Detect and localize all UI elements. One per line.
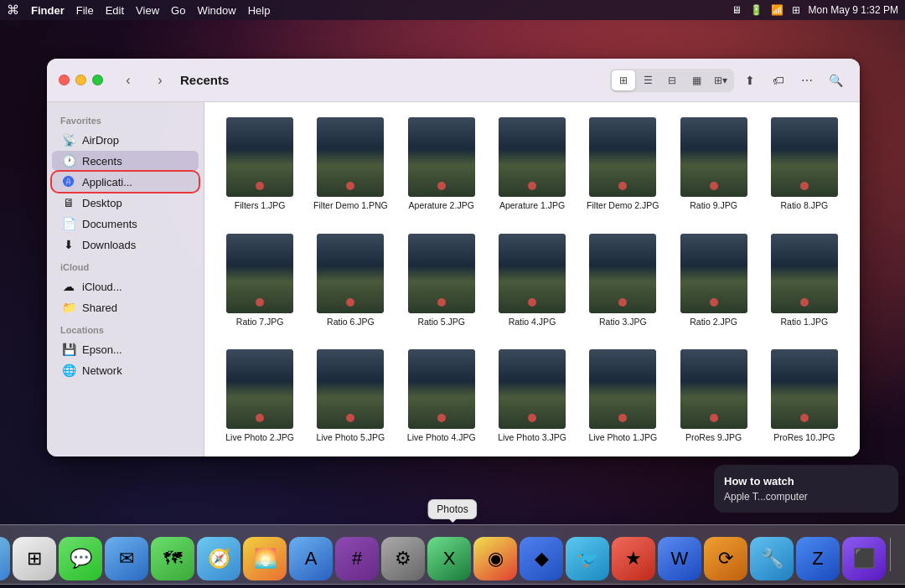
menubar: ⌘ Finder File Edit View Go Window Help 🖥… bbox=[0, 0, 905, 20]
sidebar-item-shared[interactable]: 📁 Shared bbox=[52, 297, 199, 317]
file-item[interactable]: Ratio 4.JPG bbox=[490, 229, 574, 333]
file-item[interactable]: Filter Demo 2.JPG bbox=[581, 112, 665, 217]
gallery-view-button[interactable]: ▦ bbox=[685, 70, 708, 90]
dock-item-screenium[interactable]: ⬛ bbox=[842, 537, 886, 580]
dock-item-twitter[interactable]: 🐦 bbox=[566, 537, 609, 580]
dock-item-taskheat[interactable]: ⟳ bbox=[704, 537, 747, 580]
menu-view[interactable]: View bbox=[136, 4, 159, 17]
downloads-icon: ⬇ bbox=[62, 238, 75, 251]
tag-button[interactable]: 🏷 bbox=[766, 69, 791, 92]
dock-item-messages[interactable]: 💬 bbox=[59, 537, 102, 580]
sidebar-item-icloud[interactable]: ☁ iCloud... bbox=[52, 276, 199, 297]
menu-window[interactable]: Window bbox=[197, 4, 235, 17]
wifi-icon[interactable]: 📶 bbox=[771, 4, 783, 16]
more-button[interactable]: ⋯ bbox=[794, 69, 820, 92]
file-item[interactable]: Aperature 2.JPG bbox=[400, 112, 484, 217]
file-item[interactable]: Ratio 2.JPG bbox=[671, 229, 755, 333]
dock-item-finder[interactable]: 🗂 bbox=[0, 537, 10, 580]
file-item[interactable]: Live Photo 3.JPG bbox=[490, 344, 574, 449]
sidebar-label-airdrop: AirDrop bbox=[82, 134, 119, 147]
sidebar-label-applications: Applicati... bbox=[82, 176, 132, 188]
sidebar-item-documents[interactable]: 📄 Documents bbox=[52, 214, 199, 234]
icon-view-button[interactable]: ⊞ bbox=[612, 70, 635, 90]
file-item[interactable]: Ratio 8.JPG bbox=[763, 112, 846, 217]
close-button[interactable] bbox=[59, 75, 70, 85]
dock-item-trash[interactable]: 🗑 bbox=[895, 537, 905, 580]
notification-body: Apple T...computer bbox=[724, 491, 888, 503]
dock-tooltip: Photos bbox=[427, 499, 477, 519]
menu-help[interactable]: Help bbox=[248, 4, 271, 17]
main-content: Filters 1.JPGFilter Demo 1.PNGAperature … bbox=[204, 102, 860, 456]
file-item[interactable]: Ratio 5.JPG bbox=[400, 229, 484, 333]
sidebar-item-applications[interactable]: 🅐 Applicati... bbox=[52, 172, 199, 192]
forward-button[interactable]: › bbox=[148, 69, 172, 92]
dock-item-excel[interactable]: X bbox=[427, 537, 471, 580]
apple-menu[interactable]: ⌘ bbox=[7, 3, 19, 18]
menu-file[interactable]: File bbox=[76, 4, 94, 17]
icloud-icon: ☁ bbox=[62, 280, 75, 293]
sidebar-label-network: Network bbox=[82, 364, 122, 377]
network-icon: 🌐 bbox=[62, 364, 75, 377]
file-item[interactable]: Ratio 7.JPG bbox=[218, 229, 302, 333]
file-name: Ratio 3.JPG bbox=[599, 317, 647, 328]
file-item[interactable]: Ratio 1.JPG bbox=[763, 229, 846, 333]
dock-item-maps[interactable]: 🗺 bbox=[151, 537, 194, 580]
sidebar-item-airdrop[interactable]: 📡 AirDrop bbox=[52, 130, 199, 150]
dock-item-slack[interactable]: # bbox=[335, 537, 379, 580]
favorites-header: Favorites bbox=[47, 109, 204, 129]
dock-item-zoom[interactable]: Z bbox=[796, 537, 840, 580]
sidebar-item-epson[interactable]: 💾 Epson... bbox=[52, 339, 199, 359]
sidebar-item-downloads[interactable]: ⬇ Downloads bbox=[52, 235, 199, 255]
list-view-button[interactable]: ☰ bbox=[636, 70, 659, 90]
minimize-button[interactable] bbox=[75, 75, 86, 85]
search-button[interactable]: 🔍 bbox=[823, 69, 848, 92]
monitor-icon[interactable]: 🖥 bbox=[732, 4, 742, 16]
column-view-button[interactable]: ⊟ bbox=[660, 70, 684, 90]
menu-edit[interactable]: Edit bbox=[106, 4, 124, 17]
file-item[interactable]: Ratio 3.JPG bbox=[581, 229, 665, 333]
app-name[interactable]: Finder bbox=[31, 4, 65, 17]
sidebar-item-desktop[interactable]: 🖥 Desktop bbox=[52, 193, 199, 213]
dock-item-toolbox[interactable]: 🔧 bbox=[750, 537, 794, 580]
fullscreen-button[interactable] bbox=[92, 75, 103, 85]
battery-icon[interactable]: 🔋 bbox=[750, 4, 763, 16]
share-button[interactable]: ⬆ bbox=[737, 69, 763, 92]
dock-item-mail[interactable]: ✉ bbox=[105, 537, 148, 580]
file-item[interactable]: Ratio 9.JPG bbox=[671, 112, 755, 217]
file-item[interactable]: Live Photo 5.JPG bbox=[308, 344, 392, 449]
shared-icon: 📁 bbox=[62, 301, 75, 314]
file-item[interactable]: Live Photo 2.JPG bbox=[218, 344, 302, 449]
dock-item-dropbox[interactable]: ◆ bbox=[520, 537, 563, 580]
sidebar-item-recents[interactable]: 🕐 Recents bbox=[52, 151, 199, 171]
control-center-icon[interactable]: ⊞ bbox=[792, 4, 800, 16]
dock-item-safari[interactable]: 🧭 bbox=[197, 537, 240, 580]
back-button[interactable]: ‹ bbox=[116, 69, 140, 92]
file-item[interactable]: Live Photo 1.JPG bbox=[581, 344, 665, 449]
view-group: ⊞ ☰ ⊟ ▦ ⊞▾ bbox=[610, 69, 734, 92]
dock-item-appstore[interactable]: A bbox=[289, 537, 333, 580]
file-item[interactable]: Live Photo 4.JPG bbox=[400, 344, 484, 449]
file-item[interactable]: Filters 1.JPG bbox=[218, 112, 302, 217]
sidebar-item-network[interactable]: 🌐 Network bbox=[52, 360, 199, 380]
dock-item-reeder[interactable]: ★ bbox=[612, 537, 655, 580]
window-title: Recents bbox=[180, 73, 229, 87]
file-item[interactable]: Ratio 6.JPG bbox=[308, 229, 392, 333]
file-name: ProRes 9.JPG bbox=[685, 432, 742, 444]
file-name: Aperature 1.JPG bbox=[499, 200, 565, 212]
dock-item-launchpad[interactable]: ⊞ bbox=[13, 537, 56, 580]
sidebar-label-icloud: iCloud... bbox=[82, 281, 122, 293]
menu-go[interactable]: Go bbox=[171, 4, 185, 17]
dock-item-chrome[interactable]: ◉ bbox=[473, 537, 517, 580]
dock-item-photos[interactable]: 🌅 bbox=[243, 537, 287, 580]
file-item[interactable]: ProRes 9.JPG bbox=[671, 344, 755, 449]
dock-item-word[interactable]: W bbox=[658, 537, 701, 580]
file-item[interactable]: ProRes 10.JPG bbox=[763, 344, 846, 449]
sort-view-button[interactable]: ⊞▾ bbox=[709, 70, 732, 90]
dock-container: Photos 🗂⊞💬✉🗺🧭🌅A#⚙X◉◆🐦★W⟳🔧Z⬛🗑 bbox=[0, 524, 905, 585]
file-item[interactable]: Filter Demo 1.PNG bbox=[308, 112, 392, 217]
dock-item-system[interactable]: ⚙ bbox=[381, 537, 425, 580]
file-name: Filter Demo 1.PNG bbox=[313, 200, 388, 212]
epson-icon: 💾 bbox=[62, 343, 75, 356]
file-item[interactable]: Aperature 1.JPG bbox=[490, 112, 574, 217]
sidebar-label-downloads: Downloads bbox=[82, 239, 136, 251]
